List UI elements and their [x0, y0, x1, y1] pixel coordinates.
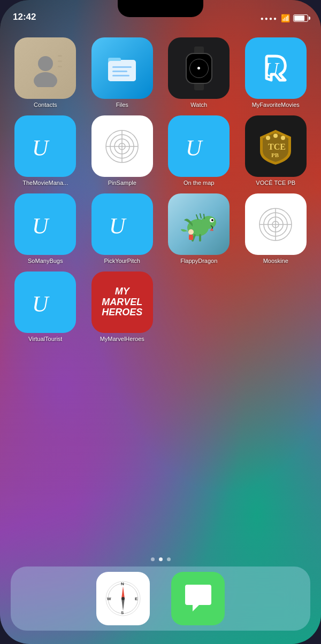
svg-point-22 — [266, 136, 270, 140]
svg-point-30 — [211, 219, 213, 221]
contacts-icon-inner — [27, 50, 64, 87]
dock-safari[interactable]: N S E W — [96, 572, 150, 625]
status-icons: ●●●● 📶 — [261, 14, 308, 22]
marvel-text: MYMARVELHEROES — [102, 286, 142, 318]
watch-icon-inner — [186, 46, 212, 90]
pinsample-icon-svg — [103, 127, 141, 166]
svg-rect-8 — [112, 66, 132, 68]
svg-rect-32 — [189, 235, 193, 240]
virtualtourist-icon-svg: U — [28, 285, 63, 320]
files-label: Files — [116, 102, 128, 108]
svg-text:U: U — [264, 58, 280, 81]
app-grid: Contacts Files — [0, 32, 321, 347]
myfavoritemovies-icon-svg: U — [258, 51, 293, 86]
svg-rect-4 — [58, 66, 62, 67]
svg-point-23 — [273, 134, 278, 138]
app-files[interactable]: Files — [87, 37, 158, 108]
svg-text:N: N — [121, 581, 124, 586]
flappydragon-label: FlappyDragon — [180, 258, 217, 264]
virtualtourist-label: VirtualTourist — [28, 336, 62, 342]
svg-text:TCE: TCE — [268, 142, 286, 151]
watch-label: Watch — [190, 102, 207, 108]
svg-point-0 — [38, 56, 53, 71]
app-virtualtourist[interactable]: U VirtualTourist — [10, 271, 81, 342]
svg-rect-3 — [58, 60, 62, 62]
dock-messages[interactable] — [171, 572, 225, 625]
pinsample-label: PinSample — [108, 180, 136, 186]
svg-rect-2 — [58, 55, 62, 57]
svg-rect-10 — [112, 75, 129, 76]
themoviemanager-label: TheMovieMana... — [22, 180, 68, 186]
app-themoviemanager[interactable]: U TheMovieMana... — [10, 115, 81, 186]
vocetcepb-icon-svg: TCE PB — [256, 127, 295, 166]
mooskine-label: Mooskine — [263, 258, 288, 264]
pickyourpitch-label: PickYourPitch — [104, 258, 140, 264]
app-somanybugs[interactable]: U SoManyBugs — [10, 193, 81, 264]
svg-point-24 — [281, 136, 285, 140]
battery-icon — [293, 14, 308, 22]
svg-text:U: U — [32, 214, 50, 238]
dock: N S E W — [11, 567, 310, 631]
files-icon-svg — [103, 49, 141, 88]
onthemap-label: On the map — [184, 180, 214, 186]
svg-point-48 — [121, 597, 125, 600]
status-time: 12:42 — [13, 12, 36, 22]
safari-icon-svg: N S E W — [104, 580, 142, 617]
mooskine-icon-svg — [256, 205, 295, 244]
mymarvelheroes-label: MyMarvelHeroes — [100, 336, 144, 342]
svg-point-28 — [201, 216, 216, 229]
signal-icon: ●●●● — [261, 15, 278, 21]
svg-text:U: U — [32, 292, 50, 316]
flappydragon-icon-svg — [178, 205, 220, 244]
page-dot-3 — [167, 557, 171, 561]
app-vocetcepb[interactable]: TCE PB VOCÊ TCE PB — [240, 115, 312, 186]
somanybugs-icon-svg: U — [28, 207, 63, 242]
svg-text:S: S — [121, 610, 124, 615]
app-pickyourpitch[interactable]: U PickYourPitch — [87, 193, 158, 264]
onthemap-icon-svg: U — [181, 129, 216, 164]
notch — [118, 0, 203, 17]
app-pinsample[interactable]: PinSample — [87, 115, 158, 186]
svg-text:E: E — [135, 596, 138, 601]
themoviemanager-icon-svg: U — [28, 129, 63, 164]
phone-frame: 12:42 ●●●● 📶 — [0, 0, 321, 644]
contacts-label: Contacts — [34, 102, 57, 108]
app-myfavoritemovies[interactable]: U MyFavoriteMovies — [240, 37, 312, 108]
app-watch[interactable]: Watch — [163, 37, 235, 108]
messages-icon-svg — [181, 581, 216, 616]
app-mymarvelheroes[interactable]: MYMARVELHEROES MyMarvelHeroes — [87, 271, 158, 342]
somanybugs-label: SoManyBugs — [28, 258, 63, 264]
svg-point-1 — [34, 72, 57, 87]
pickyourpitch-icon-svg: U — [105, 207, 140, 242]
app-contacts[interactable]: Contacts — [10, 37, 81, 108]
app-mooskine[interactable]: Mooskine — [240, 193, 312, 264]
myfavoritemovies-label: MyFavoriteMovies — [252, 102, 300, 108]
svg-text:U: U — [32, 136, 50, 160]
page-dot-2 — [159, 557, 163, 561]
svg-text:W: W — [107, 596, 111, 601]
svg-text:U: U — [109, 214, 127, 238]
page-dots — [0, 557, 321, 561]
svg-point-31 — [188, 229, 194, 235]
svg-text:U: U — [186, 136, 203, 160]
svg-text:PB: PB — [271, 152, 279, 158]
app-onthemap[interactable]: U On the map — [163, 115, 235, 186]
wifi-icon: 📶 — [281, 14, 290, 22]
svg-rect-9 — [112, 71, 127, 72]
page-dot-1 — [151, 557, 155, 561]
vocetcepb-label: VOCÊ TCE PB — [256, 180, 295, 186]
app-flappydragon[interactable]: FlappyDragon — [163, 193, 235, 264]
